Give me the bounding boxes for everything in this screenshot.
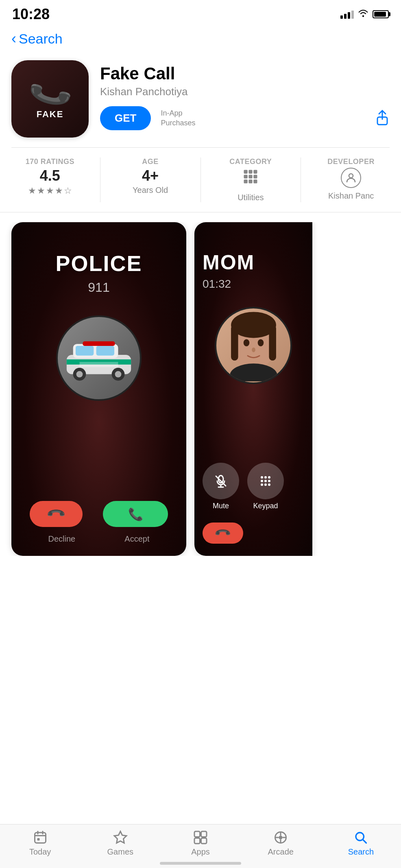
mute-icon [214, 474, 228, 488]
svg-point-26 [243, 339, 249, 346]
share-button[interactable] [375, 109, 390, 127]
svg-point-39 [268, 480, 270, 482]
svg-point-34 [261, 476, 263, 479]
signal-icon [340, 10, 354, 19]
tab-apps[interactable]: Apps [160, 830, 240, 857]
svg-rect-48 [194, 831, 200, 837]
app-header: 📞 FAKE Fake Call Kishan Panchotiya GET I… [0, 54, 401, 147]
mute-control: Mute [203, 463, 239, 510]
svg-rect-25 [269, 325, 276, 361]
call-controls: Mute [203, 463, 284, 510]
tab-search[interactable]: Search [321, 830, 401, 857]
screenshots-scroll[interactable]: POLICE 911 [0, 222, 401, 556]
stat-category: CATEGORY Utilities [201, 157, 301, 202]
svg-rect-20 [83, 341, 115, 346]
share-icon [375, 109, 390, 126]
police-car-icon [60, 330, 137, 387]
svg-rect-1 [244, 170, 248, 174]
arcade-icon [273, 830, 288, 845]
svg-line-59 [363, 840, 366, 843]
svg-point-10 [349, 174, 353, 178]
tab-bar: Today Games Apps Arcade Searc [0, 824, 401, 868]
call-label-row: Decline Accept [24, 534, 174, 544]
app-actions: GET In-AppPurchases [100, 106, 390, 130]
back-navigation[interactable]: ‹ Search [0, 26, 401, 54]
svg-point-17 [115, 371, 122, 378]
police-avatar [56, 315, 142, 401]
age-label: AGE [142, 157, 159, 166]
app-info: Fake Call Kishan Panchotiya GET In-AppPu… [100, 60, 390, 130]
wifi-icon [358, 9, 368, 20]
games-icon [113, 830, 128, 845]
call-buttons: 📞 📞 [24, 501, 174, 527]
mom-decline-icon: 📞 [214, 524, 232, 542]
svg-rect-9 [254, 179, 257, 183]
tab-today[interactable]: Today [0, 830, 80, 857]
tab-search-label: Search [348, 847, 374, 857]
decline-label: Decline [48, 534, 76, 544]
status-bar: 10:28 [0, 0, 401, 26]
app-developer: Kishan Panchotiya [100, 85, 390, 98]
tab-games[interactable]: Games [80, 830, 160, 857]
svg-rect-4 [244, 175, 248, 178]
mute-button[interactable] [203, 463, 239, 499]
police-caller-number: 911 [88, 280, 109, 295]
svg-point-29 [230, 363, 277, 381]
svg-point-42 [268, 483, 270, 486]
svg-rect-6 [254, 175, 257, 178]
category-label: CATEGORY [229, 157, 272, 166]
app-title: Fake Call [100, 64, 390, 83]
keypad-label: Keypad [253, 502, 278, 510]
tab-apps-label: Apps [191, 847, 210, 857]
ratings-label: 170 RATINGS [26, 157, 74, 166]
mom-avatar [215, 307, 292, 384]
back-chevron-icon: ‹ [11, 30, 16, 47]
svg-rect-2 [249, 170, 253, 174]
svg-point-37 [261, 480, 263, 482]
accept-label: Accept [124, 534, 149, 544]
mom-decline-button[interactable]: 📞 [203, 523, 243, 544]
tab-arcade[interactable]: Arcade [241, 830, 321, 857]
police-caller-name: POLICE [55, 251, 142, 276]
stats-row: 170 RATINGS 4.5 ★ ★ ★ ★ ☆ AGE 4+ Years O… [0, 148, 401, 212]
mom-decline-row: 📞 [203, 523, 243, 544]
svg-point-28 [252, 347, 255, 352]
developer-icon [341, 168, 361, 188]
screenshot-mom: MOM 01:32 [194, 222, 312, 556]
ratings-value: 4.5 [40, 168, 60, 184]
mom-avatar-svg [218, 310, 289, 381]
svg-rect-3 [254, 170, 257, 174]
keypad-button[interactable] [247, 463, 284, 499]
svg-point-41 [264, 483, 267, 486]
accept-button[interactable]: 📞 [103, 501, 168, 527]
svg-point-27 [257, 339, 264, 346]
keypad-control: Keypad [247, 463, 284, 510]
svg-rect-43 [35, 833, 46, 843]
get-button[interactable]: GET [100, 106, 151, 130]
decline-button[interactable]: 📞 [30, 501, 83, 527]
app-icon-wrapper: 📞 FAKE [11, 60, 89, 138]
svg-point-38 [264, 480, 267, 482]
stat-ratings: 170 RATINGS 4.5 ★ ★ ★ ★ ☆ [0, 157, 100, 202]
stat-age: AGE 4+ Years Old [100, 157, 201, 202]
svg-rect-7 [244, 179, 248, 183]
battery-icon [373, 10, 389, 18]
svg-rect-5 [249, 175, 253, 178]
category-value: Utilities [238, 193, 264, 202]
in-app-label: In-AppPurchases [161, 109, 195, 128]
status-icons [340, 9, 389, 20]
stat-developer: DEVELOPER Kishan Panc [301, 157, 401, 202]
svg-rect-49 [201, 831, 207, 837]
svg-point-15 [76, 371, 83, 378]
back-button[interactable]: ‹ Search [11, 30, 390, 47]
screenshot-police: POLICE 911 [11, 222, 186, 556]
search-icon [353, 830, 368, 845]
developer-value: Kishan Panc [328, 191, 374, 201]
accept-icon: 📞 [128, 507, 143, 521]
tab-arcade-label: Arcade [268, 847, 294, 857]
stars-display: ★ ★ ★ ★ ☆ [28, 186, 72, 196]
age-sub: Years Old [133, 186, 168, 195]
svg-point-35 [264, 476, 267, 479]
apps-icon [193, 830, 208, 845]
tab-games-label: Games [107, 847, 133, 857]
